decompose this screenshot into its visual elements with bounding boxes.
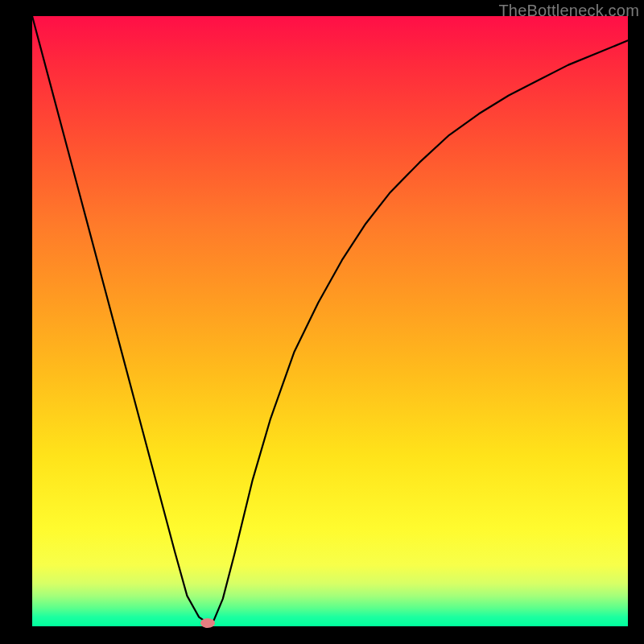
optimum-marker [200,618,215,628]
chart-frame: TheBottleneck.com [0,0,644,644]
watermark-label: TheBottleneck.com [498,2,639,20]
curve-path [32,16,628,623]
plot-area [32,16,628,626]
bottleneck-curve [32,16,628,626]
